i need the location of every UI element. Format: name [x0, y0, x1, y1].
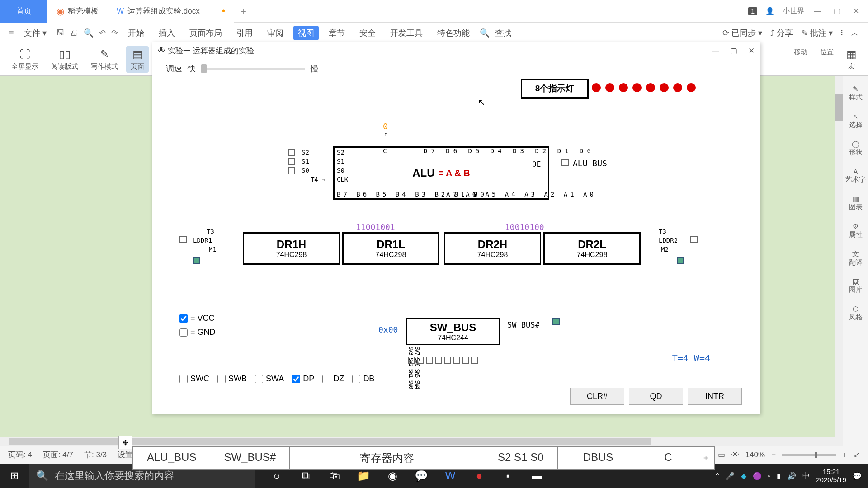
start-button[interactable]: ⊞ — [0, 464, 29, 488]
s1-checkbox[interactable] — [288, 158, 295, 165]
move-handle-icon[interactable]: ✥ — [118, 436, 132, 449]
lddr2-checkbox[interactable] — [690, 236, 698, 243]
menu-layout[interactable]: 页面布局 — [185, 26, 226, 40]
hscroll-thumb[interactable] — [9, 438, 651, 445]
panel-styles[interactable]: ✎样式 — [849, 85, 863, 102]
zoom-slider[interactable] — [782, 454, 836, 456]
notification-center-icon[interactable]: 💬 — [853, 472, 862, 480]
panel-select[interactable]: ↖选择 — [849, 113, 863, 129]
s2-checkbox[interactable] — [288, 149, 295, 156]
menu-view[interactable]: 视图 — [293, 26, 319, 40]
new-tab-button[interactable]: + — [234, 5, 252, 18]
table-cell[interactable]: SW_BUS# — [210, 447, 290, 469]
undo-icon[interactable]: ↶ — [99, 28, 106, 38]
macro-button[interactable]: ▦宏 — [842, 46, 861, 73]
status-section[interactable]: 节: 3/3 — [84, 450, 107, 460]
speed-slider[interactable] — [201, 68, 305, 70]
minimize-button[interactable]: — — [812, 6, 823, 17]
dp-checkbox[interactable] — [292, 375, 300, 383]
m2-checkbox[interactable] — [677, 257, 684, 264]
swa-checkbox[interactable] — [255, 375, 263, 383]
zoom-value[interactable]: 140% — [745, 450, 765, 460]
vertical-scrollbar[interactable] — [835, 76, 843, 446]
sw0-checkbox[interactable] — [471, 357, 478, 364]
document-table[interactable]: ALU_BUS SW_BUS# 寄存器内容 S2 S1 S0 DBUS C + — [132, 446, 715, 470]
panel-shapes[interactable]: ◯形状 — [849, 140, 863, 157]
view-web-icon[interactable]: ▭ — [718, 450, 725, 460]
menu-ref[interactable]: 引用 — [232, 26, 257, 40]
sim-minimize-button[interactable]: — — [712, 46, 719, 56]
panel-style[interactable]: ⬡风格 — [849, 305, 863, 322]
user-avatar-icon[interactable]: 👤 — [765, 7, 774, 15]
panel-chart[interactable]: ▥图表 — [849, 195, 863, 211]
add-column-button[interactable]: + — [698, 447, 714, 469]
taskbar-clock[interactable]: 15:21 2020/5/19 — [816, 468, 846, 484]
preview-icon[interactable]: 🔍 — [84, 28, 94, 38]
table-cell[interactable]: C — [639, 447, 698, 469]
reading-mode-button[interactable]: ▯▯阅读版式 — [47, 46, 83, 73]
writing-mode-button[interactable]: ✎写作模式 — [86, 46, 123, 73]
s0-checkbox[interactable] — [288, 167, 295, 174]
panel-translate[interactable]: 文翻译 — [849, 250, 863, 267]
fullscreen-button[interactable]: ⛶全屏显示 — [7, 46, 43, 73]
tab-daoke[interactable]: ◉ 稻壳模板 — [47, 0, 108, 23]
sw2-checkbox[interactable] — [453, 357, 460, 364]
sw5-checkbox[interactable] — [426, 357, 433, 364]
tray-volume-icon[interactable]: 🔊 — [787, 472, 796, 480]
sync-status[interactable]: ⟳ 已同步 ▾ — [722, 28, 762, 38]
menu-review[interactable]: 审阅 — [263, 26, 288, 40]
tray-app-icon[interactable]: 🟣 — [753, 472, 762, 480]
sw4-checkbox[interactable] — [435, 357, 442, 364]
slider-thumb[interactable] — [201, 64, 207, 73]
menu-feature[interactable]: 特色功能 — [433, 26, 474, 40]
menu-hamburger-icon[interactable]: ≡ — [9, 28, 14, 38]
clr-button[interactable]: CLR# — [570, 388, 624, 405]
status-page[interactable]: 页码: 4 — [8, 450, 32, 460]
table-cell[interactable]: DBUS — [558, 447, 639, 469]
maximize-button[interactable]: ▢ — [831, 6, 842, 17]
tray-chevron-icon[interactable]: ^ — [716, 472, 719, 480]
sw1-checkbox[interactable] — [462, 357, 469, 364]
tray-sync-icon[interactable]: ◆ — [741, 472, 746, 480]
save-icon[interactable]: 🖫 — [57, 28, 65, 38]
fit-page-icon[interactable]: ⤢ — [854, 450, 860, 460]
qd-button[interactable]: QD — [629, 388, 683, 405]
menu-search[interactable]: 查找 — [495, 28, 511, 38]
tray-mic-icon[interactable]: 🎤 — [726, 472, 735, 480]
menu-insert[interactable]: 插入 — [154, 26, 179, 40]
panel-gallery[interactable]: 🖼图库 — [849, 278, 863, 294]
sw3-checkbox[interactable] — [444, 357, 451, 364]
swb-checkbox[interactable] — [217, 375, 226, 383]
gnd-checkbox[interactable] — [179, 328, 188, 337]
user-name[interactable]: 小世界 — [783, 6, 804, 16]
menu-file[interactable]: 文件 ▾ — [19, 26, 51, 40]
view-eye-icon[interactable]: 👁 — [731, 450, 739, 460]
vcc-checkbox[interactable] — [179, 314, 188, 323]
zoom-out-button[interactable]: − — [771, 450, 776, 460]
swc-checkbox[interactable] — [179, 375, 188, 383]
collapse-ribbon-icon[interactable]: ︿ — [851, 28, 859, 38]
sim-close-button[interactable]: ✕ — [748, 46, 755, 56]
menu-devtools[interactable]: 开发工具 — [386, 26, 427, 40]
menu-security[interactable]: 安全 — [355, 26, 380, 40]
swbus-checkbox[interactable] — [552, 318, 560, 325]
intr-button[interactable]: INTR — [688, 388, 742, 405]
scrollbar-thumb[interactable] — [835, 94, 843, 121]
table-cell[interactable]: S2 S1 S0 — [484, 447, 557, 469]
m1-checkbox[interactable] — [193, 257, 200, 264]
table-cell[interactable]: 寄存器内容 — [290, 447, 484, 469]
sim-maximize-button[interactable]: ▢ — [730, 46, 737, 56]
sw6-checkbox[interactable] — [417, 357, 424, 364]
tab-document[interactable]: W 运算器组成实验.docx • — [108, 0, 234, 23]
help-icon[interactable]: ፧ — [841, 28, 843, 38]
notification-badge[interactable]: 1 — [748, 7, 757, 15]
tray-app2-icon[interactable]: ▫ — [768, 472, 771, 480]
tray-network-icon[interactable]: ▮ — [777, 472, 781, 480]
menu-section[interactable]: 章节 — [324, 26, 349, 40]
zoom-in-button[interactable]: + — [843, 450, 847, 460]
tab-home[interactable]: 首页 — [0, 0, 47, 23]
share-button[interactable]: ⤴ 分享 — [770, 28, 793, 38]
sw7-checkbox[interactable] — [408, 357, 415, 364]
tray-ime[interactable]: 中 — [802, 471, 810, 481]
lddr1-checkbox[interactable] — [179, 236, 187, 243]
